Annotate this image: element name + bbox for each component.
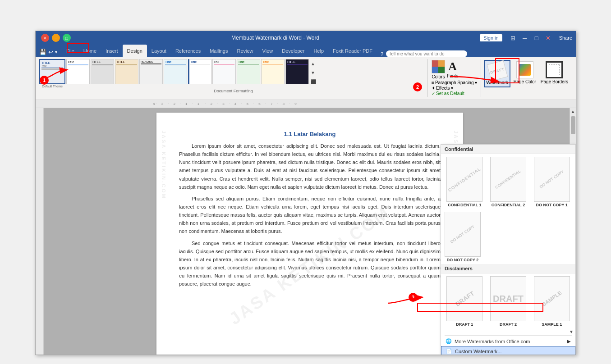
theme-thumb-4[interactable]: TITLE	[115, 59, 138, 85]
doc-formatting-label: Document Formatting	[39, 89, 427, 93]
tab-review[interactable]: Review	[233, 45, 258, 57]
more-watermarks-item[interactable]: 🌐 More Watermarks from Office.com ▶	[441, 337, 575, 346]
watermark-button[interactable]: DRAFT Watermark	[484, 60, 510, 87]
colors-label: Colors	[432, 74, 445, 79]
theme-thumb-5[interactable]: HEADING	[139, 59, 163, 85]
titlebar: × − □ Membuat Watermark di Word - Word S…	[36, 31, 576, 45]
page-borders-label: Page Borders	[541, 79, 568, 84]
wm-confidential-2[interactable]: CONFIDENTIAL CONFIDENTIAL 2	[487, 157, 529, 207]
theme-scroll-up-icon[interactable]: ▲	[311, 61, 316, 66]
custom-watermark-item[interactable]: 📄 Custom Watermark...	[441, 346, 575, 355]
tab-mailings[interactable]: Mailings	[205, 45, 232, 57]
effects-button[interactable]: ✦ Effects ▾	[432, 86, 477, 91]
wm-sample-1[interactable]: SAMPLE SAMPLE 1	[531, 276, 573, 327]
set-default-button[interactable]: ✓ Set as Default	[432, 91, 477, 96]
effects-icon: ✦	[432, 86, 435, 91]
line-numbers	[36, 108, 44, 355]
page-color-label: Page Color	[514, 79, 536, 84]
badge-3: 3	[409, 293, 418, 302]
theme-more-icon[interactable]: ⬛	[311, 79, 316, 84]
theme-scroll-down-icon[interactable]: ▼	[311, 70, 316, 75]
tab-home[interactable]: Home	[79, 45, 101, 57]
theme-thumb-6[interactable]: Title	[164, 59, 187, 85]
ribbon-panel: TITLE Title Default Theme Title	[36, 57, 576, 100]
paragraph-spacing-label: Paragraph Spacing ▾	[435, 80, 477, 85]
paragraph-1: Lorem ipsum dolor sit amet, consectetur …	[179, 142, 441, 191]
watermark-left: JASA KETIKIN.COM	[161, 131, 166, 200]
dropdown-scroll-down-icon[interactable]: ▼	[569, 329, 574, 334]
theme-thumb-7[interactable]: Title	[188, 59, 211, 85]
badge-1: 1	[40, 76, 49, 85]
colors-button[interactable]: Colors	[432, 60, 445, 79]
ruler: 4 · 3 · 2 · 1 · 1 · 2 · 3 · 4 · 5 · 6 · …	[36, 100, 576, 108]
disclaimers-grid: DRAFT DRAFT 1 DRAFT DRAFT 2 SAMPLE SAMPL…	[441, 273, 575, 329]
paragraph-spacing-icon: ≡	[432, 80, 434, 85]
page-borders-button[interactable]: Page Borders	[539, 60, 570, 86]
watermark-label: Watermark	[486, 80, 508, 85]
wm-do-not-copy-2[interactable]: DO NOT COPY DO NOT COPY 2	[445, 212, 481, 262]
document-icon: 📄	[446, 348, 452, 354]
tab-insert[interactable]: Insert	[101, 45, 123, 57]
document-body: Lorem ipsum dolor sit amet, consectetur …	[179, 142, 441, 288]
paragraph-spacing-button[interactable]: ≡ Paragraph Spacing ▾	[432, 80, 477, 85]
tab-file[interactable]: File	[62, 45, 79, 57]
window-minimize-icon[interactable]: ─	[520, 35, 529, 41]
tab-foxit[interactable]: Foxit Reader PDF	[328, 45, 377, 57]
theme-thumb-8[interactable]: Tru	[212, 59, 236, 85]
quick-save-icon[interactable]: 💾	[39, 49, 46, 55]
document-formatting-group: TITLE Title Default Theme Title	[39, 59, 427, 93]
tab-view[interactable]: View	[258, 45, 278, 57]
main-window: × − □ Membuat Watermark di Word - Word S…	[35, 31, 576, 355]
paragraph-2: Phasellus sed aliquam purus. Etiam condi…	[179, 195, 441, 236]
do-not-copy-2-row: DO NOT COPY DO NOT COPY 2	[441, 210, 575, 264]
paragraph-3: Sed congue metus et tincidunt consequat.…	[179, 239, 441, 288]
set-default-label: Set as Default	[436, 91, 464, 96]
search-input[interactable]	[386, 50, 467, 57]
globe-icon: 🌐	[446, 338, 452, 344]
wm-draft-1[interactable]: DRAFT DRAFT 1	[444, 276, 486, 327]
fonts-label: Fonts	[447, 73, 458, 78]
scrollbar-thumb[interactable]	[571, 116, 575, 134]
wm-confidential-1[interactable]: CONFIDENTIAL CONFIDENTIAL 1	[444, 157, 486, 207]
signin-button[interactable]: Sign in	[480, 34, 502, 41]
tab-developer[interactable]: Developer	[277, 45, 309, 57]
watermark-dropdown: Confidential CONFIDENTIAL CONFIDENTIAL 1…	[441, 144, 576, 355]
ribbon-toggle-icon[interactable]: ⊞	[509, 35, 518, 41]
page-color-button[interactable]: Page Color	[512, 60, 537, 86]
scroll-up-icon[interactable]: ▲	[571, 109, 575, 114]
window-close-icon[interactable]: ✕	[544, 35, 553, 41]
quick-undo-icon[interactable]: ↩	[48, 49, 53, 55]
document-area: JASA KETIKIN.COM JASA KETIKIN.COM JASA K…	[36, 108, 576, 355]
colors-fonts-group: Colors A Fonts ≡ Paragraph Spacing ▾ ✦ E…	[427, 59, 481, 97]
window-title: Membuat Watermark di Word - Word	[71, 35, 480, 41]
quick-dropdown-icon[interactable]: ▾	[55, 50, 57, 55]
wm-draft-2[interactable]: DRAFT DRAFT 2	[487, 276, 529, 327]
theme-thumb-2[interactable]: Title	[66, 59, 90, 85]
theme-thumb-9[interactable]: Title	[237, 59, 260, 85]
confidential-grid: CONFIDENTIAL CONFIDENTIAL 1 CONFIDENTIAL…	[441, 154, 575, 210]
wm-do-not-copy-1[interactable]: DO NOT COPY DO NOT COPY 1	[531, 157, 573, 207]
fonts-button[interactable]: A Fonts	[447, 60, 458, 78]
maximize-button[interactable]: □	[63, 34, 71, 42]
tab-references[interactable]: References	[171, 45, 205, 57]
theme-thumb-11[interactable]: TITLE	[285, 59, 309, 85]
checkmark-icon: ✓	[432, 91, 435, 96]
badge-2: 2	[413, 82, 422, 91]
theme-thumb-3[interactable]: TITLE	[91, 59, 114, 85]
arrow-right-icon: ▶	[567, 339, 571, 344]
window-maximize-icon[interactable]: □	[532, 35, 541, 41]
tab-layout[interactable]: Layout	[147, 45, 171, 57]
document-page: JASA KETIKIN.COM JASA KETIKIN.COM JASA K…	[156, 113, 463, 355]
page-background-group: DRAFT Watermark Page Color Page Borders	[481, 59, 572, 88]
menu-divider-1	[445, 335, 572, 336]
disclaimers-header: Disclaimers	[441, 264, 575, 273]
close-button[interactable]: ×	[41, 34, 49, 42]
share-button[interactable]: Share	[559, 35, 572, 41]
theme-thumb-10[interactable]: Title	[261, 59, 285, 85]
tab-help[interactable]: Help	[309, 45, 328, 57]
minimize-button[interactable]: −	[52, 34, 60, 42]
tab-design[interactable]: Design	[123, 45, 147, 57]
confidential-header: Confidential	[441, 145, 575, 154]
effects-label: Effects ▾	[436, 86, 453, 91]
help-icon: ?	[381, 51, 383, 57]
